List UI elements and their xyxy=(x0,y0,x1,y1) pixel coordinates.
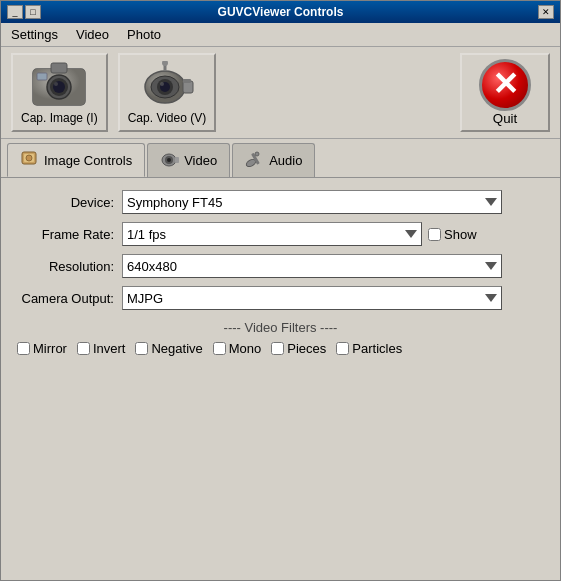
menu-settings[interactable]: Settings xyxy=(5,25,64,44)
main-window: _ □ GUVCViewer Controls ✕ Settings Video… xyxy=(0,0,561,581)
filters-section-label: ---- Video Filters ---- xyxy=(17,320,544,335)
show-checkbox-wrap: Show xyxy=(428,227,477,242)
filter-mono-checkbox[interactable] xyxy=(213,342,226,355)
menu-photo[interactable]: Photo xyxy=(121,25,167,44)
quit-label: Quit xyxy=(493,111,517,126)
filter-invert-label: Invert xyxy=(93,341,126,356)
filter-pieces-checkbox[interactable] xyxy=(271,342,284,355)
tab-image-controls-label: Image Controls xyxy=(44,153,132,168)
toolbar: Cap. Image (I) xyxy=(1,47,560,139)
minimize-button[interactable]: _ xyxy=(7,5,23,19)
framerate-row: Frame Rate: 1/1 fps Show xyxy=(17,222,544,246)
filter-particles: Particles xyxy=(336,341,402,356)
filter-mirror-label: Mirror xyxy=(33,341,67,356)
tabs-bar: Image Controls Video Audio xyxy=(1,139,560,177)
resolution-row: Resolution: 640x480 xyxy=(17,254,544,278)
camera-output-row: Camera Output: MJPG xyxy=(17,286,544,310)
tab-video-label: Video xyxy=(184,153,217,168)
menu-video[interactable]: Video xyxy=(70,25,115,44)
filter-negative-label: Negative xyxy=(151,341,202,356)
title-bar: _ □ GUVCViewer Controls ✕ xyxy=(1,1,560,23)
cap-video-button[interactable]: Cap. Video (V) xyxy=(118,53,217,132)
window-title: GUVCViewer Controls xyxy=(57,5,504,19)
framerate-select[interactable]: 1/1 fps xyxy=(122,222,422,246)
show-label: Show xyxy=(444,227,477,242)
camera-output-select[interactable]: MJPG xyxy=(122,286,502,310)
cap-image-label: Cap. Image (I) xyxy=(21,111,98,125)
cap-video-label: Cap. Video (V) xyxy=(128,111,207,125)
filter-mono-label: Mono xyxy=(229,341,262,356)
device-select[interactable]: Symphony FT45 xyxy=(122,190,502,214)
maximize-button[interactable]: □ xyxy=(25,5,41,19)
close-button[interactable]: ✕ xyxy=(538,5,554,19)
tab-image-controls[interactable]: Image Controls xyxy=(7,143,145,177)
svg-point-16 xyxy=(162,61,168,66)
filter-negative-checkbox[interactable] xyxy=(135,342,148,355)
filter-invert-checkbox[interactable] xyxy=(77,342,90,355)
video-tab-icon xyxy=(160,149,180,173)
image-controls-tab-icon xyxy=(20,148,40,172)
audio-tab-icon xyxy=(245,149,265,173)
cap-video-icon xyxy=(137,59,197,109)
filter-mono: Mono xyxy=(213,341,262,356)
tab-video[interactable]: Video xyxy=(147,143,230,177)
filter-invert: Invert xyxy=(77,341,126,356)
filter-pieces: Pieces xyxy=(271,341,326,356)
framerate-label: Frame Rate: xyxy=(17,227,122,242)
camera-output-label: Camera Output: xyxy=(17,291,122,306)
svg-rect-2 xyxy=(51,63,67,73)
filter-negative: Negative xyxy=(135,341,202,356)
svg-point-26 xyxy=(255,152,259,156)
quit-icon: ✕ xyxy=(479,59,531,111)
svg-point-14 xyxy=(160,82,164,86)
filter-particles-label: Particles xyxy=(352,341,402,356)
resolution-label: Resolution: xyxy=(17,259,122,274)
cap-image-button[interactable]: Cap. Image (I) xyxy=(11,53,108,132)
resolution-select[interactable]: 640x480 xyxy=(122,254,502,278)
svg-point-22 xyxy=(167,158,171,162)
tab-audio-label: Audio xyxy=(269,153,302,168)
filters-row: Mirror Invert Negative Mono Pieces Parti… xyxy=(17,341,544,356)
tab-audio[interactable]: Audio xyxy=(232,143,315,177)
quit-button[interactable]: ✕ Quit xyxy=(460,53,550,132)
filter-mirror-checkbox[interactable] xyxy=(17,342,30,355)
device-label: Device: xyxy=(17,195,122,210)
cap-image-icon xyxy=(29,59,89,109)
filter-particles-checkbox[interactable] xyxy=(336,342,349,355)
svg-point-6 xyxy=(54,82,58,86)
filter-pieces-label: Pieces xyxy=(287,341,326,356)
svg-rect-7 xyxy=(37,73,47,80)
filter-mirror: Mirror xyxy=(17,341,67,356)
svg-rect-23 xyxy=(175,157,179,163)
menu-bar: Settings Video Photo xyxy=(1,23,560,47)
show-checkbox[interactable] xyxy=(428,228,441,241)
content-area: Device: Symphony FT45 Frame Rate: 1/1 fp… xyxy=(1,177,560,580)
svg-point-19 xyxy=(26,155,32,161)
svg-rect-13 xyxy=(183,79,191,83)
device-row: Device: Symphony FT45 xyxy=(17,190,544,214)
